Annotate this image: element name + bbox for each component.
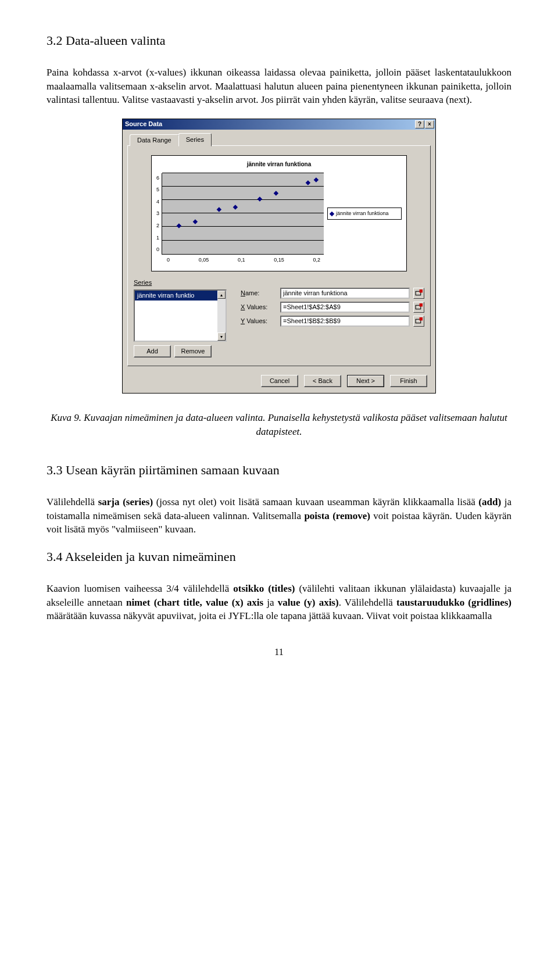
section-3-4-paragraph: Kaavion luomisen vaiheessa 3/4 välilehde… <box>46 582 512 623</box>
remove-button[interactable]: Remove <box>174 345 212 357</box>
tab-data-range[interactable]: Data Range <box>130 134 179 146</box>
dialog-title: Source Data <box>125 120 162 128</box>
name-field-label: Name: <box>241 289 277 298</box>
x-tick-labels: 0 0,05 0,1 0,15 0,2 <box>167 255 320 263</box>
next-button[interactable]: Next > <box>347 375 384 387</box>
section-3-4-heading: 3.4 Akseleiden ja kuvan nimeäminen <box>46 548 512 566</box>
add-button[interactable]: Add <box>134 345 171 357</box>
plot-area <box>162 173 324 255</box>
section-3-3-heading: 3.3 Usean käyrän piirtäminen samaan kuva… <box>46 462 512 479</box>
range-picker-x-icon[interactable] <box>413 302 424 313</box>
svg-rect-3 <box>420 303 423 306</box>
page-number: 11 <box>46 646 512 659</box>
range-picker-name-icon[interactable] <box>413 288 424 299</box>
tab-panel-series: jännite virran funktiona 6 5 4 3 2 1 0 <box>127 145 431 366</box>
scroll-down-icon[interactable]: ▾ <box>217 332 226 341</box>
legend-swatch-icon <box>330 211 334 216</box>
section-3-2-paragraph: Paina kohdassa x-arvot (x-values) ikkuna… <box>46 66 512 106</box>
svg-rect-5 <box>420 317 423 320</box>
section-3-3-paragraph: Välilehdellä sarja (series) (jossa nyt o… <box>46 495 512 536</box>
series-list-item[interactable]: jännite virran funktio <box>135 291 226 301</box>
xvalues-field-label: X Values: <box>241 303 277 312</box>
name-input[interactable]: jännite virran funktiona <box>280 288 410 299</box>
legend-label: jännite virran funktiona <box>336 210 389 217</box>
chart-legend: jännite virran funktiona <box>327 208 402 219</box>
yvalues-field-label: Y Values: <box>241 317 277 326</box>
yvalues-input[interactable]: =Sheet1!$B$2:$B$9 <box>280 316 410 327</box>
svg-rect-1 <box>420 289 423 292</box>
tab-series[interactable]: Series <box>178 133 212 146</box>
series-listbox[interactable]: jännite virran funktio ▴ ▾ <box>134 289 227 342</box>
series-label: Series <box>134 278 233 287</box>
section-3-2-heading: 3.2 Data-alueen valinta <box>46 32 512 49</box>
y-tick-labels: 6 5 4 3 2 1 0 <box>156 173 159 255</box>
chart-preview: jännite virran funktiona 6 5 4 3 2 1 0 <box>151 155 407 271</box>
xvalues-input[interactable]: =Sheet1!$A$2:$A$9 <box>280 302 410 313</box>
cancel-button[interactable]: Cancel <box>261 375 298 387</box>
back-button[interactable]: < Back <box>304 375 341 387</box>
close-button[interactable]: × <box>425 120 434 128</box>
scrollbar[interactable]: ▴ ▾ <box>217 291 226 341</box>
figure-9-caption: Kuva 9. Kuvaajan nimeäminen ja data-alue… <box>46 411 512 438</box>
range-picker-y-icon[interactable] <box>413 316 424 327</box>
scroll-up-icon[interactable]: ▴ <box>217 291 226 299</box>
help-button[interactable]: ? <box>415 120 424 128</box>
source-data-dialog: Source Data ? × Data Range Series jännit… <box>122 119 436 394</box>
dialog-titlebar: Source Data ? × <box>123 119 435 130</box>
chart-title: jännite virran funktiona <box>156 160 402 169</box>
finish-button[interactable]: Finish <box>390 375 427 387</box>
